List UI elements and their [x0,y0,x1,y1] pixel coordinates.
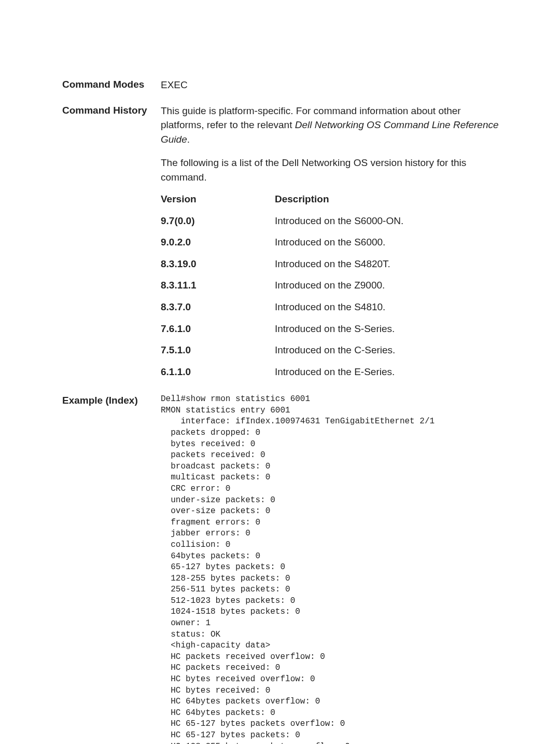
table-row: 9.0.2.0 Introduced on the S6000. [161,231,503,253]
table-row: 8.3.19.0 Introduced on the S4820T. [161,253,503,275]
command-modes-value: EXEC [161,78,503,92]
command-modes-label: Command Modes [62,78,161,92]
example-code: Dell#show rmon statistics 6001 RMON stat… [161,394,503,744]
table-row: 7.6.1.0 Introduced on the S-Series. [161,318,503,340]
version-cell: 8.3.19.0 [161,257,275,271]
version-cell: 7.5.1.0 [161,343,275,357]
para1-post: . [187,134,190,145]
command-history-para1: This guide is platform-specific. For com… [161,104,503,147]
description-cell: Introduced on the S-Series. [275,322,503,336]
example-label: Example (Index) [62,394,161,744]
table-row: 6.1.1.0 Introduced on the E-Series. [161,361,503,383]
version-cell: 7.6.1.0 [161,322,275,336]
version-cell: 6.1.1.0 [161,365,275,379]
version-cell: 8.3.11.1 [161,278,275,293]
description-cell: Introduced on the S4820T. [275,257,503,271]
table-row: 8.3.11.1 Introduced on the Z9000. [161,274,503,296]
table-row: 7.5.1.0 Introduced on the C-Series. [161,339,503,361]
version-cell: 8.3.7.0 [161,300,275,314]
description-cell: Introduced on the S4810. [275,300,503,314]
description-cell: Introduced on the C-Series. [275,343,503,357]
description-cell: Introduced on the Z9000. [275,278,503,293]
version-cell: 9.0.2.0 [161,235,275,250]
table-row: 8.3.7.0 Introduced on the S4810. [161,296,503,318]
description-header: Description [275,192,503,206]
command-history-para2: The following is a list of the Dell Netw… [161,156,503,184]
description-cell: Introduced on the S6000. [275,235,503,250]
version-header: Version [161,192,275,206]
command-history-label: Command History [62,104,161,383]
table-row: 9.7(0.0) Introduced on the S6000-ON. [161,210,503,232]
version-cell: 9.7(0.0) [161,214,275,228]
description-cell: Introduced on the E-Series. [275,365,503,379]
description-cell: Introduced on the S6000-ON. [275,214,503,228]
